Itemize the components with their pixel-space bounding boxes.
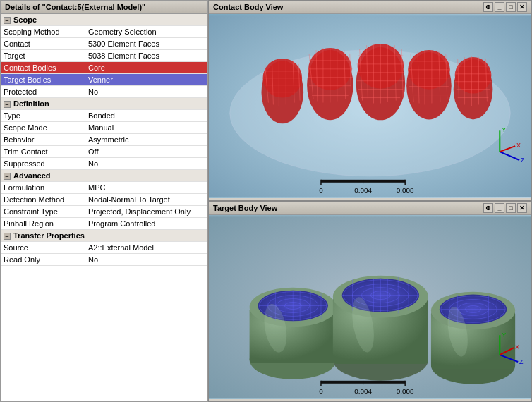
section-header[interactable]: −Definition	[1, 98, 207, 110]
contact-viewport: 0 0.004 0.008 Y Z X	[209, 14, 531, 198]
property-value: 5038 Element Faces	[85, 50, 207, 62]
table-row: ProtectedNo	[1, 86, 207, 98]
collapse-icon[interactable]: −	[4, 101, 11, 108]
collapse-icon[interactable]: −	[4, 17, 11, 24]
section-header[interactable]: −Scope	[1, 14, 207, 26]
property-label: Protected	[1, 86, 85, 98]
svg-text:X: X	[516, 142, 521, 149]
contact-view-title: Contact Body View	[213, 3, 283, 11]
collapse-icon[interactable]: −	[4, 233, 11, 240]
table-row: TypeBonded	[1, 110, 207, 122]
contact-view-pin[interactable]: ⊕	[483, 2, 493, 12]
target-viewport: 0 0.004 0.008 Y Z X	[209, 215, 531, 399]
table-row: Constraint TypeProjected, Displacement O…	[1, 206, 207, 218]
property-label: Contact	[1, 38, 85, 50]
table-row: SourceA2::External Model	[1, 242, 207, 254]
contact-view-title-bar: Contact Body View ⊕ _ □ ✕	[209, 1, 531, 14]
property-value: Asymmetric	[85, 134, 207, 146]
property-label: Scoping Method	[1, 26, 85, 38]
right-panel: Contact Body View ⊕ _ □ ✕	[208, 0, 532, 402]
collapse-icon[interactable]: −	[4, 173, 11, 180]
property-value: 5300 Element Faces	[85, 38, 207, 50]
svg-text:Y: Y	[502, 331, 506, 339]
target-body-view-panel: Target Body View ⊕ _ □ ✕	[208, 201, 532, 402]
contact-body-view-panel: Contact Body View ⊕ _ □ ✕	[208, 0, 532, 201]
contact-view-maximize[interactable]: □	[506, 2, 516, 12]
target-3d-svg: 0 0.004 0.008 Y Z X	[209, 215, 531, 399]
property-value: No	[85, 158, 207, 170]
property-label: Target	[1, 50, 85, 62]
svg-text:0.004: 0.004	[354, 387, 372, 395]
property-value: Off	[85, 146, 207, 158]
section-header[interactable]: −Transfer Properties	[1, 230, 207, 242]
target-view-controls: ⊕ _ □ ✕	[483, 203, 527, 213]
svg-text:Y: Y	[502, 126, 506, 133]
contact-view-minimize[interactable]: _	[495, 2, 504, 12]
svg-text:0: 0	[319, 387, 323, 395]
target-view-close[interactable]: ✕	[517, 203, 527, 213]
property-label: Trim Contact	[1, 146, 85, 158]
properties-table: −ScopeScoping MethodGeometry SelectionCo…	[1, 14, 207, 266]
property-value: Venner	[85, 74, 207, 86]
contact-3d-svg: 0 0.004 0.008 Y Z X	[209, 14, 531, 198]
table-row: Pinball RegionProgram Controlled	[1, 218, 207, 230]
table-row: Trim ContactOff	[1, 146, 207, 158]
property-label: Pinball Region	[1, 218, 85, 230]
property-label: Target Bodies	[1, 74, 85, 86]
property-value: MPC	[85, 182, 207, 194]
property-label: Contact Bodies	[1, 62, 85, 74]
property-label: Source	[1, 242, 85, 254]
svg-text:Z: Z	[521, 157, 525, 164]
property-label: Read Only	[1, 254, 85, 266]
property-value: No	[85, 86, 207, 98]
property-label: Formulation	[1, 182, 85, 194]
property-label: Constraint Type	[1, 206, 85, 218]
table-row: Scoping MethodGeometry Selection	[1, 26, 207, 38]
property-value: Manual	[85, 122, 207, 134]
property-value: Core	[85, 62, 207, 74]
svg-text:0: 0	[319, 186, 323, 194]
contact-view-close[interactable]: ✕	[517, 2, 527, 12]
contact-view-controls: ⊕ _ □ ✕	[483, 2, 527, 12]
property-label: Behavior	[1, 134, 85, 146]
svg-text:0.004: 0.004	[354, 186, 372, 194]
target-view-minimize[interactable]: _	[495, 203, 504, 213]
table-row: SuppressedNo	[1, 158, 207, 170]
property-value: Projected, Displacement Only	[85, 206, 207, 218]
table-row: BehaviorAsymmetric	[1, 134, 207, 146]
panel-title: Details of "Contact:5(External Model)"	[1, 1, 207, 14]
target-view-maximize[interactable]: □	[506, 203, 516, 213]
property-value: Nodal-Normal To Target	[85, 194, 207, 206]
properties-panel: Details of "Contact:5(External Model)" −…	[0, 0, 208, 402]
property-label: Suppressed	[1, 158, 85, 170]
property-value: Geometry Selection	[85, 26, 207, 38]
table-row: FormulationMPC	[1, 182, 207, 194]
table-row: Detection MethodNodal-Normal To Target	[1, 194, 207, 206]
table-row: Scope ModeManual	[1, 122, 207, 134]
svg-text:X: X	[515, 343, 519, 351]
svg-text:Z: Z	[519, 358, 524, 365]
property-label: Detection Method	[1, 194, 85, 206]
target-view-title-bar: Target Body View ⊕ _ □ ✕	[209, 202, 531, 215]
panel-title-text: Details of "Contact:5(External Model)"	[5, 3, 145, 11]
table-row: Read OnlyNo	[1, 254, 207, 266]
svg-text:0.008: 0.008	[397, 186, 414, 194]
table-row: Contact5300 Element Faces	[1, 38, 207, 50]
section-header[interactable]: −Advanced	[1, 170, 207, 182]
table-row[interactable]: Contact BodiesCore	[1, 62, 207, 74]
main-container: Details of "Contact:5(External Model)" −…	[0, 0, 532, 402]
table-row: Target5038 Element Faces	[1, 50, 207, 62]
property-value: No	[85, 254, 207, 266]
property-label: Type	[1, 110, 85, 122]
property-value: Bonded	[85, 110, 207, 122]
target-view-title: Target Body View	[213, 204, 277, 212]
table-row[interactable]: Target BodiesVenner	[1, 74, 207, 86]
property-value: A2::External Model	[85, 242, 207, 254]
svg-text:0.008: 0.008	[397, 387, 414, 395]
property-label: Scope Mode	[1, 122, 85, 134]
property-value: Program Controlled	[85, 218, 207, 230]
target-view-pin[interactable]: ⊕	[483, 203, 493, 213]
